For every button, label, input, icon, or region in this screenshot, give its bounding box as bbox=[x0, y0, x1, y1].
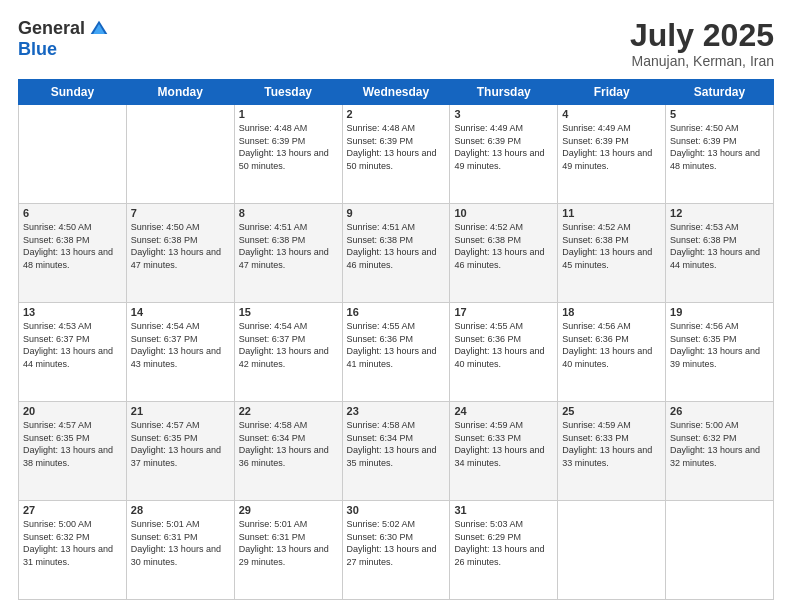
day-info: Sunrise: 4:56 AM Sunset: 6:36 PM Dayligh… bbox=[562, 320, 661, 370]
calendar-cell-w3-d6: 18Sunrise: 4:56 AM Sunset: 6:36 PM Dayli… bbox=[558, 303, 666, 402]
calendar-cell-w2-d4: 9Sunrise: 4:51 AM Sunset: 6:38 PM Daylig… bbox=[342, 204, 450, 303]
month-title: July 2025 bbox=[630, 18, 774, 53]
day-number: 3 bbox=[454, 108, 553, 120]
calendar-week-1: 1Sunrise: 4:48 AM Sunset: 6:39 PM Daylig… bbox=[19, 105, 774, 204]
day-number: 4 bbox=[562, 108, 661, 120]
day-number: 5 bbox=[670, 108, 769, 120]
day-number: 9 bbox=[347, 207, 446, 219]
day-number: 20 bbox=[23, 405, 122, 417]
calendar-cell-w2-d7: 12Sunrise: 4:53 AM Sunset: 6:38 PM Dayli… bbox=[666, 204, 774, 303]
day-number: 10 bbox=[454, 207, 553, 219]
calendar-week-5: 27Sunrise: 5:00 AM Sunset: 6:32 PM Dayli… bbox=[19, 501, 774, 600]
day-info: Sunrise: 4:50 AM Sunset: 6:39 PM Dayligh… bbox=[670, 122, 769, 172]
calendar-cell-w1-d5: 3Sunrise: 4:49 AM Sunset: 6:39 PM Daylig… bbox=[450, 105, 558, 204]
day-number: 16 bbox=[347, 306, 446, 318]
day-info: Sunrise: 4:54 AM Sunset: 6:37 PM Dayligh… bbox=[131, 320, 230, 370]
day-info: Sunrise: 4:51 AM Sunset: 6:38 PM Dayligh… bbox=[347, 221, 446, 271]
calendar-cell-w1-d4: 2Sunrise: 4:48 AM Sunset: 6:39 PM Daylig… bbox=[342, 105, 450, 204]
col-wednesday: Wednesday bbox=[342, 80, 450, 105]
day-info: Sunrise: 5:03 AM Sunset: 6:29 PM Dayligh… bbox=[454, 518, 553, 568]
logo-general: General bbox=[18, 18, 85, 39]
day-info: Sunrise: 4:59 AM Sunset: 6:33 PM Dayligh… bbox=[454, 419, 553, 469]
day-number: 23 bbox=[347, 405, 446, 417]
calendar-cell-w4-d7: 26Sunrise: 5:00 AM Sunset: 6:32 PM Dayli… bbox=[666, 402, 774, 501]
col-tuesday: Tuesday bbox=[234, 80, 342, 105]
calendar-cell-w2-d5: 10Sunrise: 4:52 AM Sunset: 6:38 PM Dayli… bbox=[450, 204, 558, 303]
calendar-cell-w5-d3: 29Sunrise: 5:01 AM Sunset: 6:31 PM Dayli… bbox=[234, 501, 342, 600]
day-number: 7 bbox=[131, 207, 230, 219]
calendar-cell-w3-d7: 19Sunrise: 4:56 AM Sunset: 6:35 PM Dayli… bbox=[666, 303, 774, 402]
day-info: Sunrise: 5:01 AM Sunset: 6:31 PM Dayligh… bbox=[131, 518, 230, 568]
logo-blue: Blue bbox=[18, 39, 57, 60]
location: Manujan, Kerman, Iran bbox=[630, 53, 774, 69]
calendar-table: Sunday Monday Tuesday Wednesday Thursday… bbox=[18, 79, 774, 600]
day-number: 6 bbox=[23, 207, 122, 219]
calendar-cell-w5-d2: 28Sunrise: 5:01 AM Sunset: 6:31 PM Dayli… bbox=[126, 501, 234, 600]
calendar-cell-w4-d4: 23Sunrise: 4:58 AM Sunset: 6:34 PM Dayli… bbox=[342, 402, 450, 501]
calendar-header-row: Sunday Monday Tuesday Wednesday Thursday… bbox=[19, 80, 774, 105]
calendar-week-3: 13Sunrise: 4:53 AM Sunset: 6:37 PM Dayli… bbox=[19, 303, 774, 402]
col-friday: Friday bbox=[558, 80, 666, 105]
day-number: 12 bbox=[670, 207, 769, 219]
day-number: 26 bbox=[670, 405, 769, 417]
day-number: 29 bbox=[239, 504, 338, 516]
calendar-cell-w1-d6: 4Sunrise: 4:49 AM Sunset: 6:39 PM Daylig… bbox=[558, 105, 666, 204]
day-info: Sunrise: 4:48 AM Sunset: 6:39 PM Dayligh… bbox=[347, 122, 446, 172]
col-saturday: Saturday bbox=[666, 80, 774, 105]
day-number: 31 bbox=[454, 504, 553, 516]
header: General Blue July 2025 Manujan, Kerman, … bbox=[18, 18, 774, 69]
day-info: Sunrise: 4:50 AM Sunset: 6:38 PM Dayligh… bbox=[131, 221, 230, 271]
calendar-cell-w3-d1: 13Sunrise: 4:53 AM Sunset: 6:37 PM Dayli… bbox=[19, 303, 127, 402]
day-number: 13 bbox=[23, 306, 122, 318]
calendar-week-4: 20Sunrise: 4:57 AM Sunset: 6:35 PM Dayli… bbox=[19, 402, 774, 501]
calendar-cell-w2-d2: 7Sunrise: 4:50 AM Sunset: 6:38 PM Daylig… bbox=[126, 204, 234, 303]
calendar-cell-w1-d7: 5Sunrise: 4:50 AM Sunset: 6:39 PM Daylig… bbox=[666, 105, 774, 204]
day-number: 21 bbox=[131, 405, 230, 417]
day-info: Sunrise: 4:51 AM Sunset: 6:38 PM Dayligh… bbox=[239, 221, 338, 271]
day-number: 1 bbox=[239, 108, 338, 120]
day-info: Sunrise: 5:00 AM Sunset: 6:32 PM Dayligh… bbox=[670, 419, 769, 469]
day-number: 8 bbox=[239, 207, 338, 219]
title-section: July 2025 Manujan, Kerman, Iran bbox=[630, 18, 774, 69]
day-number: 14 bbox=[131, 306, 230, 318]
day-info: Sunrise: 4:48 AM Sunset: 6:39 PM Dayligh… bbox=[239, 122, 338, 172]
calendar-cell-w4-d3: 22Sunrise: 4:58 AM Sunset: 6:34 PM Dayli… bbox=[234, 402, 342, 501]
logo-icon bbox=[89, 19, 109, 39]
calendar-cell-w5-d6 bbox=[558, 501, 666, 600]
calendar-cell-w2-d1: 6Sunrise: 4:50 AM Sunset: 6:38 PM Daylig… bbox=[19, 204, 127, 303]
day-info: Sunrise: 4:52 AM Sunset: 6:38 PM Dayligh… bbox=[454, 221, 553, 271]
col-monday: Monday bbox=[126, 80, 234, 105]
day-info: Sunrise: 4:55 AM Sunset: 6:36 PM Dayligh… bbox=[454, 320, 553, 370]
calendar-cell-w1-d2 bbox=[126, 105, 234, 204]
calendar-cell-w1-d3: 1Sunrise: 4:48 AM Sunset: 6:39 PM Daylig… bbox=[234, 105, 342, 204]
day-info: Sunrise: 5:00 AM Sunset: 6:32 PM Dayligh… bbox=[23, 518, 122, 568]
day-info: Sunrise: 4:56 AM Sunset: 6:35 PM Dayligh… bbox=[670, 320, 769, 370]
calendar-cell-w5-d7 bbox=[666, 501, 774, 600]
calendar-cell-w2-d6: 11Sunrise: 4:52 AM Sunset: 6:38 PM Dayli… bbox=[558, 204, 666, 303]
day-info: Sunrise: 4:59 AM Sunset: 6:33 PM Dayligh… bbox=[562, 419, 661, 469]
day-info: Sunrise: 4:58 AM Sunset: 6:34 PM Dayligh… bbox=[239, 419, 338, 469]
calendar-cell-w4-d1: 20Sunrise: 4:57 AM Sunset: 6:35 PM Dayli… bbox=[19, 402, 127, 501]
day-number: 27 bbox=[23, 504, 122, 516]
day-number: 17 bbox=[454, 306, 553, 318]
day-number: 30 bbox=[347, 504, 446, 516]
day-info: Sunrise: 4:57 AM Sunset: 6:35 PM Dayligh… bbox=[23, 419, 122, 469]
col-sunday: Sunday bbox=[19, 80, 127, 105]
col-thursday: Thursday bbox=[450, 80, 558, 105]
calendar-cell-w4-d6: 25Sunrise: 4:59 AM Sunset: 6:33 PM Dayli… bbox=[558, 402, 666, 501]
day-number: 15 bbox=[239, 306, 338, 318]
day-number: 11 bbox=[562, 207, 661, 219]
day-info: Sunrise: 4:49 AM Sunset: 6:39 PM Dayligh… bbox=[562, 122, 661, 172]
day-info: Sunrise: 4:57 AM Sunset: 6:35 PM Dayligh… bbox=[131, 419, 230, 469]
calendar-cell-w5-d4: 30Sunrise: 5:02 AM Sunset: 6:30 PM Dayli… bbox=[342, 501, 450, 600]
day-info: Sunrise: 4:49 AM Sunset: 6:39 PM Dayligh… bbox=[454, 122, 553, 172]
day-info: Sunrise: 4:58 AM Sunset: 6:34 PM Dayligh… bbox=[347, 419, 446, 469]
day-info: Sunrise: 5:02 AM Sunset: 6:30 PM Dayligh… bbox=[347, 518, 446, 568]
calendar-cell-w4-d2: 21Sunrise: 4:57 AM Sunset: 6:35 PM Dayli… bbox=[126, 402, 234, 501]
day-number: 22 bbox=[239, 405, 338, 417]
calendar-cell-w5-d1: 27Sunrise: 5:00 AM Sunset: 6:32 PM Dayli… bbox=[19, 501, 127, 600]
day-number: 2 bbox=[347, 108, 446, 120]
day-info: Sunrise: 4:53 AM Sunset: 6:37 PM Dayligh… bbox=[23, 320, 122, 370]
logo: General Blue bbox=[18, 18, 109, 60]
page: General Blue July 2025 Manujan, Kerman, … bbox=[0, 0, 792, 612]
